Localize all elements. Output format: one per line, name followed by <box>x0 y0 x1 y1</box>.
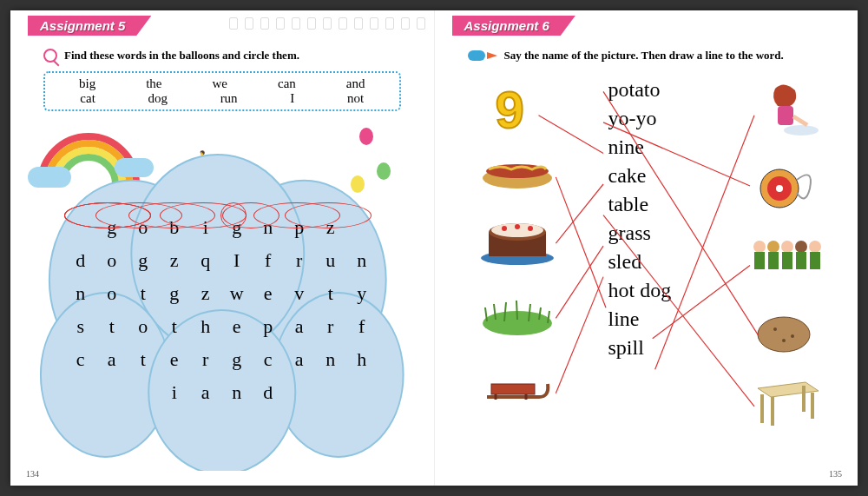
letter: t <box>168 315 183 338</box>
letter: r <box>324 315 339 338</box>
letter: g <box>230 348 246 371</box>
cake-icon <box>478 215 556 267</box>
letter: n <box>355 249 371 272</box>
assignment-tab-6: Assignment 6 <box>452 16 575 36</box>
svg-point-38 <box>782 339 786 342</box>
svg-point-37 <box>791 334 794 338</box>
svg-point-12 <box>502 226 507 231</box>
magnifier-icon <box>43 49 57 63</box>
letter: n <box>261 216 277 239</box>
viewer-frame: Assignment 5 Find these words in the bal… <box>0 0 868 496</box>
svg-rect-32 <box>796 252 806 269</box>
instruction-left: Find these words in the balloons and cir… <box>43 49 299 63</box>
word: and <box>346 76 365 91</box>
word-bank: big the we can and cat dog run I not <box>43 71 401 111</box>
svg-line-50 <box>556 177 606 308</box>
letter: t <box>136 348 152 371</box>
letter: w <box>230 282 246 305</box>
svg-point-13 <box>515 224 520 229</box>
svg-rect-34 <box>810 252 820 269</box>
svg-point-24 <box>776 185 783 192</box>
balloon-small-icon <box>359 128 373 145</box>
svg-point-35 <box>758 317 810 352</box>
letter: a <box>293 315 308 338</box>
letter: s <box>74 315 89 338</box>
letter: z <box>324 216 339 239</box>
book-spread: Assignment 5 Find these words in the bal… <box>10 10 858 486</box>
match-word: nine <box>608 136 672 159</box>
letter: o <box>105 282 121 305</box>
line-people-icon <box>749 236 823 288</box>
letter: o <box>105 249 121 272</box>
match-word: potato <box>608 78 672 102</box>
hotdog-icon <box>478 154 556 193</box>
letter: i <box>168 381 183 404</box>
match-area: 9 potato yo- <box>461 71 832 468</box>
word-row-2: cat dog run I not <box>54 91 391 106</box>
assignment-tab-5: Assignment 5 <box>28 16 151 36</box>
letter: h <box>355 348 371 371</box>
letter: g <box>230 216 246 239</box>
grid-row: d o g z q I f r u n <box>71 249 373 272</box>
yoyo-icon <box>753 158 823 215</box>
letter: i <box>199 216 214 239</box>
table-icon <box>753 375 823 432</box>
svg-point-14 <box>528 226 533 231</box>
letter: u <box>324 249 339 272</box>
svg-point-33 <box>809 241 821 253</box>
svg-line-46 <box>556 184 603 243</box>
letter: v <box>293 282 308 305</box>
svg-rect-28 <box>768 252 779 269</box>
letter: g <box>168 282 183 305</box>
letter: c <box>74 348 89 371</box>
letter: o <box>136 315 152 338</box>
letter: e <box>230 315 246 338</box>
word: dog <box>148 91 168 106</box>
letter-grid: g o b i g n p z d o g z q I f r u n <box>71 206 373 414</box>
letter: h <box>199 315 214 338</box>
instruction-text: Say the name of the picture. Then draw a… <box>504 49 784 63</box>
match-word: hot dog <box>608 279 672 302</box>
letter: f <box>355 315 371 338</box>
grid-row: c a t e r g c a n h <box>71 348 373 371</box>
letter: t <box>105 315 121 338</box>
letter: a <box>199 381 214 404</box>
word: the <box>146 76 161 91</box>
match-word: yo-yo <box>608 107 672 130</box>
letter: d <box>74 249 89 272</box>
letter: z <box>199 282 214 305</box>
letter: a <box>293 348 308 371</box>
letter: a <box>105 348 121 371</box>
letter: I <box>230 249 246 272</box>
nine-digit-icon: 9 <box>496 80 524 140</box>
svg-line-45 <box>538 116 603 154</box>
sled-icon <box>478 367 556 414</box>
word: we <box>213 76 228 91</box>
letter: t <box>136 282 152 305</box>
letter: t <box>324 282 339 305</box>
page-number-left: 134 <box>26 469 39 479</box>
svg-point-31 <box>795 241 807 253</box>
letter: n <box>324 348 339 371</box>
word: not <box>347 91 364 106</box>
letter: b <box>168 216 183 239</box>
letter: q <box>199 249 214 272</box>
match-word: line <box>608 308 672 331</box>
letter: o <box>136 216 152 239</box>
letter: e <box>168 348 183 371</box>
svg-rect-20 <box>778 106 793 125</box>
svg-line-48 <box>556 246 603 318</box>
letter: d <box>261 381 277 404</box>
balloon-area: 🚶 g o b i g n p z d o <box>28 123 417 468</box>
grid-row: g o b i g n p z <box>71 216 373 239</box>
match-word: table <box>608 193 672 216</box>
svg-rect-26 <box>754 252 765 269</box>
letter: e <box>261 282 277 305</box>
grass-icon <box>478 297 556 336</box>
letter: z <box>168 249 183 272</box>
svg-point-27 <box>767 241 779 253</box>
words-column: potato yo-yo nine cake table grass sled … <box>608 78 672 360</box>
letter: r <box>199 348 214 371</box>
word-row-1: big the we can and <box>54 76 391 91</box>
letter: r <box>293 249 308 272</box>
